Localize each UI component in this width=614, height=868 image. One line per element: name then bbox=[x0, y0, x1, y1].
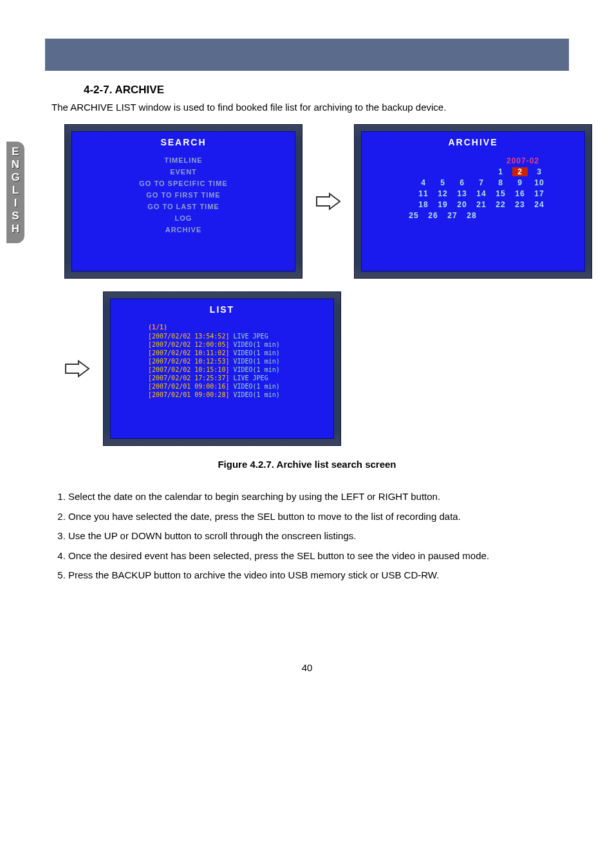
instruction-step: Once you have selected the date, press t… bbox=[68, 508, 569, 526]
search-title: SEARCH bbox=[72, 137, 295, 147]
cal-cell[interactable]: 25 bbox=[406, 211, 422, 220]
list-item[interactable]: [2007/02/01 09:00:16] VIDEO(1 min) bbox=[148, 382, 333, 391]
menu-log[interactable]: LOG bbox=[72, 214, 295, 222]
instruction-step: Select the date on the calendar to begin… bbox=[68, 488, 569, 506]
cal-cell[interactable] bbox=[474, 167, 489, 176]
list-page-indicator: (1/1) bbox=[148, 324, 333, 331]
menu-event[interactable]: EVENT bbox=[72, 168, 295, 176]
arrow-right-icon bbox=[315, 192, 341, 211]
screen-search: SEARCH TIMELINE EVENT GO TO SPECIFIC TIM… bbox=[64, 124, 302, 279]
cal-cell[interactable]: 21 bbox=[474, 200, 489, 209]
cal-cell[interactable]: 18 bbox=[416, 200, 431, 209]
instructions-list: Select the date on the calendar to begin… bbox=[45, 488, 569, 585]
cal-cell[interactable]: 4 bbox=[416, 178, 431, 187]
cal-cell[interactable]: 9 bbox=[512, 178, 528, 187]
cal-cell[interactable]: 26 bbox=[425, 211, 441, 220]
lang-letter: I bbox=[9, 197, 22, 210]
cal-cell[interactable]: 12 bbox=[435, 189, 451, 198]
instruction-step: Once the desired event has been selected… bbox=[68, 547, 569, 566]
cal-cell[interactable]: 7 bbox=[474, 178, 489, 187]
calendar-row: 18 19 20 21 22 23 24 bbox=[399, 200, 547, 209]
cal-cell[interactable] bbox=[435, 167, 451, 176]
cal-cell[interactable] bbox=[454, 167, 470, 176]
cal-cell[interactable]: 27 bbox=[445, 211, 460, 220]
lang-letter: E bbox=[9, 145, 22, 158]
list-item[interactable]: [2007/02/01 09:00:28] VIDEO(1 min) bbox=[148, 391, 333, 399]
list-title: LIST bbox=[111, 304, 333, 315]
cal-cell[interactable]: 20 bbox=[454, 200, 470, 209]
menu-goto-specific[interactable]: GO TO SPECIFIC TIME bbox=[72, 180, 295, 187]
list-item[interactable]: [2007/02/02 10:11:02] VIDEO(1 min) bbox=[148, 349, 333, 357]
list-item[interactable]: [2007/02/02 10:12:53] VIDEO(1 min) bbox=[148, 357, 333, 365]
cal-cell[interactable]: 14 bbox=[474, 189, 489, 198]
section-title: 4-2-7. ARCHIVE bbox=[84, 84, 569, 97]
screen-list: LIST (1/1) [2007/02/02 13:54:52] LIVE JP… bbox=[103, 291, 341, 446]
menu-timeline[interactable]: TIMELINE bbox=[72, 156, 295, 164]
list-item[interactable]: [2007/02/02 13:54:52] LIVE JPEG bbox=[148, 332, 333, 340]
arrow-right-icon bbox=[64, 359, 90, 378]
archive-title: ARCHIVE bbox=[362, 137, 584, 147]
menu-goto-first[interactable]: GO TO FIRST TIME bbox=[72, 191, 295, 199]
cal-cell[interactable]: 24 bbox=[532, 200, 547, 209]
screen-archive: ARCHIVE 2007-02 1 2 3 4 5 bbox=[354, 124, 592, 279]
list-item[interactable]: [2007/02/02 17:25:37] LIVE JPEG bbox=[148, 374, 333, 382]
instruction-step: Use the UP or DOWN button to scroll thro… bbox=[68, 527, 569, 546]
cal-cell[interactable]: 19 bbox=[435, 200, 451, 209]
list-item[interactable]: [2007/02/02 10:15:10] VIDEO(1 min) bbox=[148, 365, 333, 374]
cal-cell[interactable]: 11 bbox=[416, 189, 431, 198]
cal-cell-selected[interactable]: 2 bbox=[512, 167, 528, 176]
header-bar bbox=[45, 39, 569, 71]
lang-letter: H bbox=[9, 223, 22, 235]
cal-cell[interactable]: 28 bbox=[464, 211, 479, 220]
lang-letter: S bbox=[9, 210, 22, 223]
intro-text: The ARCHIVE LIST window is used to find … bbox=[51, 102, 569, 113]
lang-letter: N bbox=[9, 158, 22, 171]
calendar-row: 11 12 13 14 15 16 17 bbox=[399, 189, 547, 198]
language-tab: E N G L I S H bbox=[6, 142, 24, 243]
cal-cell[interactable]: 15 bbox=[493, 189, 508, 198]
cal-cell[interactable]: 1 bbox=[493, 167, 508, 176]
calendar-row: 25 26 27 28 bbox=[399, 211, 547, 220]
cal-cell[interactable]: 22 bbox=[493, 200, 508, 209]
cal-cell[interactable]: 3 bbox=[532, 167, 547, 176]
page-number: 40 bbox=[45, 662, 569, 673]
cal-cell[interactable]: 23 bbox=[512, 200, 528, 209]
calendar-row: 1 2 3 bbox=[399, 167, 547, 176]
cal-cell[interactable]: 8 bbox=[493, 178, 508, 187]
calendar[interactable]: 2007-02 1 2 3 4 5 6 7 bbox=[399, 156, 547, 220]
figure-caption: Figure 4.2.7. Archive list search screen bbox=[45, 459, 569, 470]
list-item[interactable]: [2007/02/02 12:00:05] VIDEO(1 min) bbox=[148, 340, 333, 349]
lang-letter: L bbox=[9, 184, 22, 197]
cal-cell[interactable]: 10 bbox=[532, 178, 547, 187]
cal-cell[interactable]: 6 bbox=[454, 178, 470, 187]
lang-letter: G bbox=[9, 171, 22, 184]
cal-cell[interactable] bbox=[416, 167, 431, 176]
menu-archive[interactable]: ARCHIVE bbox=[72, 226, 295, 234]
cal-cell[interactable]: 13 bbox=[454, 189, 470, 198]
instruction-step: Press the BACKUP button to archive the v… bbox=[68, 566, 569, 585]
cal-cell[interactable]: 16 bbox=[512, 189, 528, 198]
menu-goto-last[interactable]: GO TO LAST TIME bbox=[72, 203, 295, 210]
calendar-month: 2007-02 bbox=[399, 156, 547, 165]
cal-cell[interactable]: 17 bbox=[532, 189, 547, 198]
cal-cell[interactable]: 5 bbox=[435, 178, 451, 187]
calendar-row: 4 5 6 7 8 9 10 bbox=[399, 178, 547, 187]
